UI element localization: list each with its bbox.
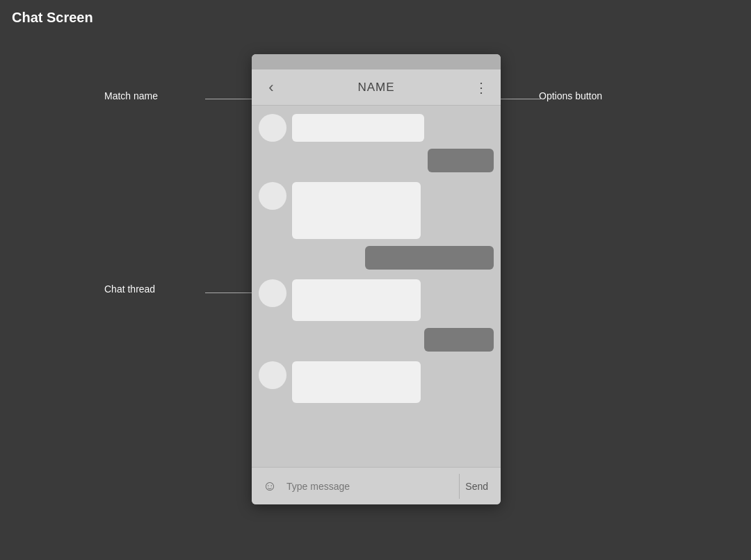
message-input[interactable] [286,474,453,499]
message-group [259,361,494,403]
status-bar [252,54,501,69]
annotation-line-chat-thread [205,293,255,293]
avatar [259,114,286,142]
incoming-bubble [292,279,421,321]
incoming-row [259,114,494,142]
incoming-bubble [292,182,421,239]
incoming-row [259,279,494,321]
annotation-line-match-name [205,99,255,99]
chat-thread [252,106,501,467]
options-button[interactable]: ⋮ [470,76,492,99]
annotation-options-button: Options button [539,90,602,101]
nav-header: ‹ NAME ⋮ [252,69,501,106]
phone-mockup: ‹ NAME ⋮ [252,54,501,504]
page-title: Chat Screen [12,10,93,26]
avatar [259,361,286,389]
incoming-bubble [292,114,424,142]
input-bar: ☺ Send [252,467,501,504]
message-group [259,279,494,352]
outgoing-bubble [424,328,494,352]
avatar [259,279,286,307]
emoji-button[interactable]: ☺ [259,475,281,497]
outgoing-bubble [428,149,494,172]
send-button[interactable]: Send [459,474,494,499]
annotation-chat-thread: Chat thread [104,283,155,295]
avatar [259,182,286,210]
message-group [259,182,494,270]
message-group [259,114,494,172]
incoming-bubble [292,361,421,403]
annotation-line-options [499,99,542,99]
outgoing-bubble [365,246,494,270]
incoming-row [259,182,494,239]
incoming-row [259,361,494,403]
annotation-match-name: Match name [104,90,158,101]
back-button[interactable]: ‹ [260,76,282,99]
nav-title: NAME [357,81,394,94]
